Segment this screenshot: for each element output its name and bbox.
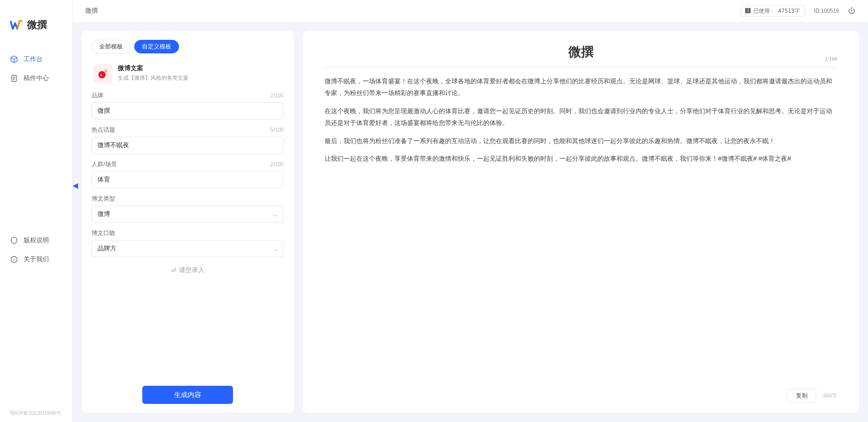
usage-value: 47513字 xyxy=(778,7,800,15)
power-icon[interactable]: ⏻ xyxy=(848,7,855,15)
tab-custom-templates[interactable]: 自定义模板 xyxy=(134,40,179,53)
counter-topic: 5/100 xyxy=(270,127,284,133)
nav-label: 版权说明 xyxy=(24,236,49,245)
result-paragraph: 微博不眠夜，一场体育盛宴！在这个夜晚，全球各地的体育爱好者都会在微博上分享他们的… xyxy=(325,76,837,99)
input-topic[interactable] xyxy=(92,137,284,154)
nav-drafts[interactable]: 稿件中心 xyxy=(0,69,72,88)
logo-text: 微撰 xyxy=(27,18,47,32)
select-tone[interactable] xyxy=(92,240,284,257)
return-icon: ⏎ xyxy=(171,267,176,274)
svg-point-3 xyxy=(100,74,102,76)
usage-pill[interactable]: 🆃 已使用： 47513字 xyxy=(740,5,805,17)
divider xyxy=(325,67,837,67)
result-body: 微博不眠夜，一场体育盛宴！在这个夜晚，全球各地的体育爱好者都会在微博上分享他们的… xyxy=(325,76,837,383)
nav-about[interactable]: 关于我们 xyxy=(0,250,72,269)
label-tone: 博文口吻 xyxy=(92,229,115,237)
user-id: ID:100519 xyxy=(814,8,839,14)
result-counter: 2/100 xyxy=(825,56,837,62)
template-card: 微博文案 生成【微博】风格的各类文案 xyxy=(92,62,284,91)
hint-row: ⏎ 请空录入 xyxy=(92,264,284,274)
counter-scene: 2/100 xyxy=(270,161,284,168)
weibo-icon xyxy=(93,64,112,83)
template-tabs: 全部模板 自定义模板 xyxy=(92,40,284,53)
icp-license: 鄂ICP备2022016946号 xyxy=(0,407,72,422)
svg-point-2 xyxy=(98,71,106,78)
nav-label: 关于我们 xyxy=(24,255,49,264)
input-brand[interactable] xyxy=(92,102,284,120)
label-brand: 品牌 xyxy=(92,91,103,100)
nav-copyright[interactable]: 版权说明 xyxy=(0,231,72,250)
label-scene: 人群/场景 xyxy=(92,160,117,168)
label-topic: 热点话题 xyxy=(92,126,115,134)
nav-bottom: 版权说明 关于我们 xyxy=(0,226,72,408)
nav-label: 稿件中心 xyxy=(24,74,49,82)
tab-all-templates[interactable]: 全部模板 xyxy=(92,40,131,53)
word-count: 364字 xyxy=(823,392,837,400)
info-icon xyxy=(10,255,18,264)
document-icon xyxy=(10,74,18,82)
select-type[interactable] xyxy=(92,206,284,223)
collapse-handle[interactable]: ◀ xyxy=(73,181,78,190)
breadcrumb: 微撰 xyxy=(85,7,98,15)
nav-main: 工作台 稿件中心 xyxy=(0,45,72,226)
hint-text: 请空录入 xyxy=(179,266,204,274)
counter-brand: 2/100 xyxy=(270,92,284,99)
result-paragraph: 在这个夜晚，我们将为您呈现最激动人心的体育比赛，邀请您一起见证历史的时刻。同时，… xyxy=(325,106,837,129)
text-icon: 🆃 xyxy=(745,8,751,14)
result-title-row: 微撰 2/100 xyxy=(325,41,837,67)
cube-icon xyxy=(10,55,18,63)
result-panel: 微撰 2/100 微博不眠夜，一场体育盛宴！在这个夜晚，全球各地的体育爱好者都会… xyxy=(303,31,859,413)
result-paragraph: 让我们一起在这个夜晚，享受体育带来的激情和快乐，一起见证胜利和失败的时刻，一起分… xyxy=(325,153,837,165)
nav-label: 工作台 xyxy=(24,55,43,63)
template-title: 微博文案 xyxy=(118,64,189,72)
input-scene[interactable] xyxy=(92,171,284,188)
logo: 微撰 xyxy=(0,14,72,45)
template-desc: 生成【微博】风格的各类文案 xyxy=(118,74,189,82)
shield-icon xyxy=(10,236,18,245)
usage-label: 已使用： xyxy=(753,7,775,15)
form-panel: 全部模板 自定义模板 微博文案 生成【微博】风格的各类文案 品牌 2/1 xyxy=(82,31,294,413)
result-paragraph: 最后，我们也将为粉丝们准备了一系列有趣的互动活动，让您在观看比赛的同时，也能和其… xyxy=(325,135,837,147)
generate-button[interactable]: 生成内容 xyxy=(142,386,233,404)
copy-button[interactable]: 复制 xyxy=(787,388,816,403)
sidebar: 微撰 工作台 稿件中心 版权说明 xyxy=(0,0,73,422)
logo-icon xyxy=(10,18,24,32)
label-type: 博文类型 xyxy=(92,195,115,203)
result-title: 微撰 xyxy=(568,45,594,59)
topbar: 微撰 🆃 已使用： 47513字 ID:100519 ⏻ xyxy=(73,0,868,22)
nav-workbench[interactable]: 工作台 xyxy=(0,50,72,69)
